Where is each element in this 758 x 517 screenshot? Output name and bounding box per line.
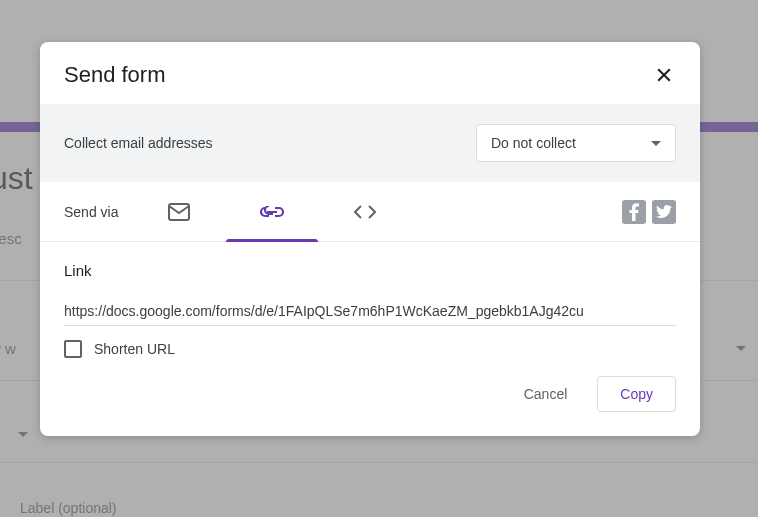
tab-embed[interactable] [354,182,376,242]
link-url-input[interactable] [64,297,676,326]
code-icon [354,205,376,219]
collect-email-label: Collect email addresses [64,135,213,151]
close-button[interactable] [652,63,676,87]
twitter-share-button[interactable] [652,200,676,224]
email-icon [168,203,190,221]
shorten-url-checkbox[interactable] [64,340,82,358]
tab-link[interactable] [260,182,284,242]
copy-button[interactable]: Copy [597,376,676,412]
facebook-share-button[interactable] [622,200,646,224]
chevron-down-icon [651,141,661,146]
tab-email[interactable] [168,182,190,242]
cancel-button[interactable]: Cancel [502,376,590,412]
dialog-title: Send form [64,62,166,88]
link-icon [260,206,284,218]
shorten-url-label: Shorten URL [94,341,175,357]
collect-email-selected: Do not collect [491,135,576,151]
link-section-label: Link [64,262,676,279]
send-form-dialog: Send form Collect email addresses Do not… [40,42,700,436]
facebook-icon [629,203,639,221]
collect-email-dropdown[interactable]: Do not collect [476,124,676,162]
twitter-icon [656,205,672,219]
send-via-label: Send via [64,204,118,220]
close-icon [654,65,674,85]
